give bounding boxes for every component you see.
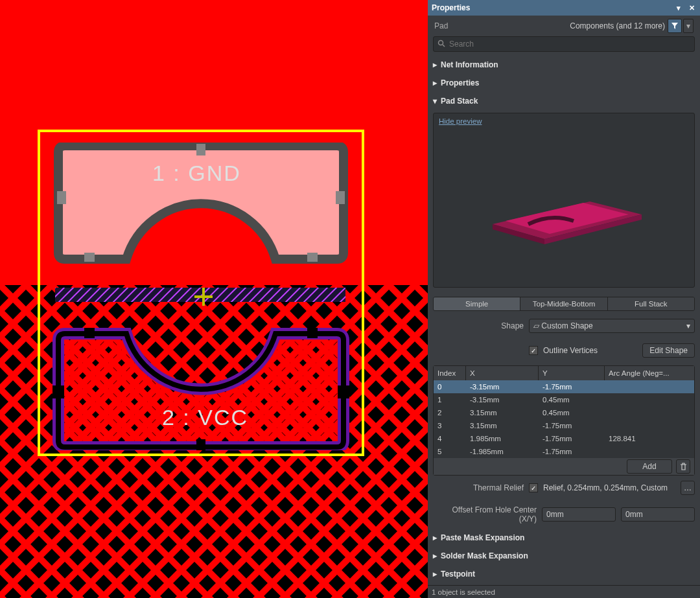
thermal-relief-label: Thermal Relief [433,483,524,492]
section-pad-stack[interactable]: ▾ Pad Stack [428,92,700,110]
filter-scope: Components (and 12 more) [570,21,665,30]
hide-preview-link[interactable]: Hide preview [434,113,694,129]
table-row[interactable]: 41.985mm-1.75mm128.841 [434,432,694,445]
chevron-right-icon: ▸ [433,78,437,87]
svg-rect-3 [336,191,345,204]
trash-icon [680,463,687,470]
col-index[interactable]: Index [434,366,466,380]
shape-dropdown[interactable]: ▱ Custom Shape ▾ [529,319,695,333]
offset-label: Offset From Hole Center (X/Y) [433,505,537,523]
edit-shape-button[interactable]: Edit Shape [642,343,695,358]
pcb-canvas[interactable]: 1 : GND 2 : VCC [0,0,428,598]
col-x[interactable]: X [466,366,539,380]
shape-label: Shape [433,321,524,330]
filter-dropdown-button[interactable]: ▾ [683,19,694,33]
delete-vertex-button[interactable] [676,459,690,474]
shape-icon: ▱ [533,321,539,330]
chevron-down-icon: ▾ [686,321,690,330]
offset-y-input[interactable]: 0mm [621,507,695,522]
thermal-relief-checkbox[interactable]: ✓ [529,483,538,492]
table-row[interactable]: 1-3.15mm0.45mm [434,393,694,406]
close-icon[interactable]: ✕ [687,3,696,12]
chevron-right-icon: ▸ [433,533,437,542]
thermal-relief-value: Relief, 0.254mm, 0.254mm, Custom [543,483,675,492]
seg-simple[interactable]: Simple [434,297,520,310]
section-testpoint[interactable]: ▸ Testpoint [428,565,700,583]
section-paste-mask-expansion[interactable]: ▸ Paste Mask Expansion [428,529,700,547]
col-arc[interactable]: Arc Angle (Neg=... [605,366,694,380]
pin-icon[interactable]: ▾ [674,3,683,12]
layer-mode-segmented[interactable]: Simple Top-Middle-Bottom Full Stack [433,297,695,311]
svg-rect-1 [196,144,205,155]
pad-1-gnd[interactable] [49,143,353,269]
ellipsis-icon: … [684,483,692,492]
svg-rect-4 [84,253,95,262]
col-y[interactable]: Y [539,366,605,380]
properties-panel: Properties ▾ ✕ Pad Components (and 12 mo… [428,0,700,598]
svg-rect-8 [338,385,349,398]
seg-top-middle-bottom[interactable]: Top-Middle-Bottom [520,297,607,310]
vertices-table[interactable]: Index X Y Arc Angle (Neg=... 0-3.15mm-1.… [433,365,695,476]
chevron-down-icon: ▾ [433,97,437,106]
svg-rect-12 [55,288,345,302]
section-solder-mask-expansion[interactable]: ▸ Solder Mask Expansion [428,547,700,565]
chevron-right-icon: ▸ [433,569,437,579]
svg-line-14 [443,45,445,47]
offset-x-input[interactable]: 0mm [542,507,616,522]
section-net-information[interactable]: ▸ Net Information [428,56,700,74]
thermal-relief-options-button[interactable]: … [681,481,695,495]
svg-rect-5 [307,253,318,262]
panel-titlebar[interactable]: Properties ▾ ✕ [428,0,700,16]
search-icon [438,40,445,49]
table-row[interactable]: 0-3.15mm-1.75mm [434,380,694,393]
search-input[interactable] [449,40,690,49]
svg-rect-7 [52,385,64,398]
chevron-right-icon: ▸ [433,60,437,69]
svg-point-13 [439,40,443,45]
preview-3d[interactable] [434,129,694,287]
section-properties[interactable]: ▸ Properties [428,74,700,92]
pad-2-vcc[interactable] [49,324,353,450]
svg-rect-10 [307,328,318,338]
filter-button[interactable] [668,19,682,33]
chevron-right-icon: ▸ [433,551,437,560]
status-bar: 1 object is selected [428,585,700,598]
svg-rect-2 [57,191,66,204]
pad-preview: Hide preview [433,113,695,288]
panel-title: Properties [432,3,470,12]
svg-rect-9 [84,328,95,338]
table-row[interactable]: 23.15mm0.45mm [434,406,694,419]
table-row[interactable]: 5-1.985mm-1.75mm [434,445,694,458]
seg-full-stack[interactable]: Full Stack [607,297,694,310]
search-box[interactable] [433,36,695,52]
add-vertex-button[interactable]: Add [627,459,672,474]
chevron-down-icon: ▾ [686,21,690,30]
table-row[interactable]: 33.15mm-1.75mm [434,419,694,432]
funnel-icon [671,22,679,30]
outline-vertices-checkbox[interactable]: ✓ [529,346,538,355]
object-type-label: Pad [434,21,448,30]
paste-strip [55,288,345,302]
svg-rect-6 [196,439,205,450]
outline-vertices-label: Outline Vertices [543,346,637,355]
